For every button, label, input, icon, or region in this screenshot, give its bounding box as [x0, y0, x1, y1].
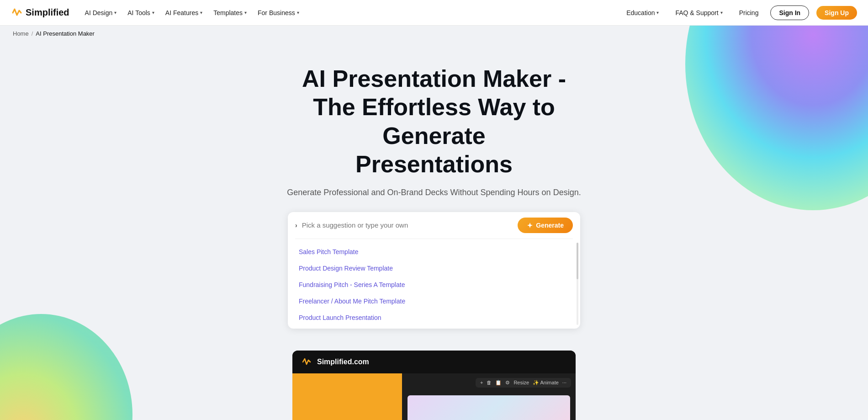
- suggestions-list: Sales Pitch Template Product Design Revi…: [288, 239, 580, 329]
- preview-slide-area: [408, 395, 570, 420]
- breadcrumb-separator: /: [32, 30, 33, 37]
- preview-logo-text: Simplified.com: [317, 358, 369, 366]
- chevron-down-icon: ▾: [152, 10, 154, 15]
- suggestions-wrapper: Sales Pitch Template Product Design Revi…: [288, 239, 580, 329]
- search-input[interactable]: [302, 221, 513, 229]
- scrollbar-thumb: [577, 243, 578, 279]
- main-content: AI Presentation Maker - The Effortless W…: [0, 42, 868, 420]
- hero-title: AI Presentation Maker - The Effortless W…: [263, 64, 605, 179]
- nav-item-ai-design[interactable]: AI Design ▾: [80, 6, 122, 19]
- nav-item-ai-tools[interactable]: AI Tools ▾: [123, 6, 159, 19]
- navbar: Simplified AI Design ▾ AI Tools ▾ AI Fea…: [0, 0, 868, 26]
- logo-text: Simplified: [26, 7, 69, 18]
- signin-button[interactable]: Sign In: [770, 5, 809, 20]
- suggestion-item-3[interactable]: Fundraising Pitch - Series A Template: [288, 276, 580, 293]
- chevron-down-icon: ▾: [244, 10, 247, 15]
- breadcrumb-home-link[interactable]: Home: [13, 30, 29, 37]
- generate-button[interactable]: Generate: [518, 218, 573, 233]
- nav-item-for-business[interactable]: For Business ▾: [253, 6, 304, 19]
- chevron-down-icon: ▾: [656, 10, 659, 15]
- preview-card-body: + 🗑 📋 ⚙ Resize ✨ Animate ···: [292, 373, 576, 420]
- generate-icon: [527, 222, 533, 229]
- suggestion-item-1[interactable]: Sales Pitch Template: [288, 244, 580, 260]
- nav-item-templates[interactable]: Templates ▾: [209, 6, 251, 19]
- logo-link[interactable]: Simplified: [11, 7, 69, 19]
- suggestion-item-4[interactable]: Freelancer / About Me Pitch Template: [288, 293, 580, 309]
- breadcrumb-current-page: AI Presentation Maker: [36, 30, 95, 37]
- suggestion-item-2[interactable]: Product Design Review Template: [288, 260, 580, 276]
- chevron-down-icon: ▾: [720, 10, 723, 15]
- preview-toolbar: + 🗑 📋 ⚙ Resize ✨ Animate ···: [476, 378, 571, 388]
- chevron-down-icon: ▾: [297, 10, 299, 15]
- hero-subtitle: Generate Professional and On-Brand Decks…: [287, 188, 581, 197]
- scrollbar-track: [577, 243, 578, 325]
- logo-icon: [11, 7, 23, 19]
- breadcrumb: Home / AI Presentation Maker: [0, 26, 868, 42]
- preview-logo-icon: [302, 357, 312, 367]
- preview-card-header: Simplified.com: [292, 351, 576, 373]
- nav-item-ai-features[interactable]: AI Features ▾: [161, 6, 207, 19]
- nav-item-pricing[interactable]: Pricing: [735, 6, 763, 19]
- nav-item-education[interactable]: Education ▾: [622, 6, 663, 19]
- preview-card: Simplified.com + 🗑 📋 ⚙ Resize ✨ Animate …: [292, 351, 576, 420]
- search-chevron-icon: ›: [295, 222, 297, 229]
- nav-item-faq-support[interactable]: FAQ & Support ▾: [671, 6, 727, 19]
- search-container: › Generate Sales Pitch Template Product …: [288, 212, 580, 329]
- nav-left: AI Design ▾ AI Tools ▾ AI Features ▾ Tem…: [80, 6, 622, 19]
- search-input-row: › Generate: [288, 212, 580, 239]
- preview-right-panel: + 🗑 📋 ⚙ Resize ✨ Animate ···: [402, 373, 576, 420]
- signup-button[interactable]: Sign Up: [816, 6, 857, 20]
- chevron-down-icon: ▾: [114, 10, 116, 15]
- preview-yellow-panel: [292, 373, 402, 420]
- chevron-down-icon: ▾: [200, 10, 202, 15]
- nav-right: Education ▾ FAQ & Support ▾ Pricing Sign…: [622, 5, 857, 20]
- suggestion-item-5[interactable]: Product Launch Presentation: [288, 309, 580, 326]
